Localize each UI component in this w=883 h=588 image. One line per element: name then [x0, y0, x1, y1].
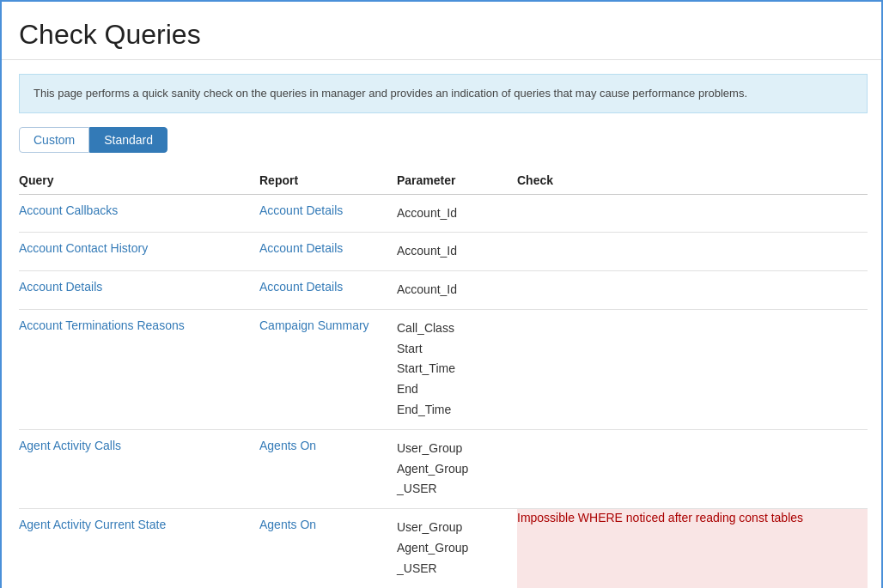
cell-query: Account Contact History	[19, 233, 259, 271]
parameter-value: Account_Id	[397, 241, 510, 262]
query-link[interactable]: Agent Activity Current State	[19, 518, 166, 531]
cell-check	[517, 194, 868, 233]
table-row: Account Terminations ReasonsCampaign Sum…	[19, 309, 868, 429]
report-link[interactable]: Agents On	[259, 518, 316, 531]
cell-parameter: Call_ClassStartStart_TimeEndEnd_Time	[397, 309, 517, 429]
cell-query: Agent Activity Calls	[19, 429, 259, 508]
parameter-value: User_GroupAgent_Group_USER	[397, 439, 510, 500]
col-parameter: Parameter	[397, 167, 517, 195]
cell-parameter: Account_Id	[397, 233, 517, 271]
page-title: Check Queries	[19, 19, 868, 51]
cell-report: Agents On	[259, 429, 397, 508]
table-container: Query Report Parameter Check Account Cal…	[2, 167, 883, 589]
report-link[interactable]: Agents On	[259, 439, 316, 452]
cell-report: Campaign Summary	[259, 309, 397, 429]
cell-report: Account Details	[259, 271, 397, 310]
cell-report: Account Details	[259, 194, 397, 233]
parameter-value: User_GroupAgent_Group_USER	[397, 518, 510, 579]
parameter-value: Call_ClassStartStart_TimeEndEnd_Time	[397, 318, 510, 421]
report-link[interactable]: Account Details	[259, 241, 343, 255]
table-row: Agent Activity Current StateAgents OnUse…	[19, 509, 868, 588]
report-link[interactable]: Campaign Summary	[259, 318, 369, 332]
parameter-value: Account_Id	[397, 203, 510, 224]
col-query: Query	[19, 167, 259, 195]
tab-custom[interactable]: Custom	[19, 127, 89, 153]
table-header-row: Query Report Parameter Check	[19, 167, 868, 195]
queries-table: Query Report Parameter Check Account Cal…	[19, 167, 868, 589]
query-link[interactable]: Account Callbacks	[19, 203, 118, 217]
report-link[interactable]: Account Details	[259, 203, 343, 217]
query-link[interactable]: Account Terminations Reasons	[19, 318, 185, 332]
table-row: Account Contact HistoryAccount DetailsAc…	[19, 233, 868, 271]
cell-query: Agent Activity Current State	[19, 509, 259, 588]
info-banner: This page performs a quick sanity check …	[19, 74, 868, 113]
cell-check	[517, 271, 868, 310]
query-link[interactable]: Account Details	[19, 280, 102, 294]
col-check: Check	[517, 167, 868, 195]
cell-parameter: User_GroupAgent_Group_USER	[397, 429, 517, 508]
cell-query: Account Callbacks	[19, 194, 259, 233]
cell-parameter: User_GroupAgent_Group_USER	[397, 509, 517, 588]
cell-parameter: Account_Id	[397, 194, 517, 233]
table-row: Account DetailsAccount DetailsAccount_Id	[19, 271, 868, 310]
cell-check: Impossible WHERE noticed after reading c…	[517, 509, 868, 588]
cell-query: Account Details	[19, 271, 259, 310]
cell-check	[517, 233, 868, 271]
cell-report: Agents On	[259, 509, 397, 588]
cell-check	[517, 309, 868, 429]
tabs-container: Custom Standard	[2, 127, 883, 153]
cell-parameter: Account_Id	[397, 271, 517, 310]
page-header: Check Queries	[2, 2, 883, 60]
col-report: Report	[259, 167, 397, 195]
query-link[interactable]: Account Contact History	[19, 241, 148, 255]
cell-check	[517, 429, 868, 508]
page: Check Queries This page performs a quick…	[2, 2, 883, 588]
table-row: Account CallbacksAccount DetailsAccount_…	[19, 194, 868, 233]
cell-query: Account Terminations Reasons	[19, 309, 259, 429]
parameter-value: Account_Id	[397, 280, 510, 300]
table-row: Agent Activity CallsAgents OnUser_GroupA…	[19, 429, 868, 508]
tab-standard[interactable]: Standard	[89, 127, 167, 153]
cell-report: Account Details	[259, 233, 397, 271]
report-link[interactable]: Account Details	[259, 280, 343, 294]
query-link[interactable]: Agent Activity Calls	[19, 439, 121, 452]
